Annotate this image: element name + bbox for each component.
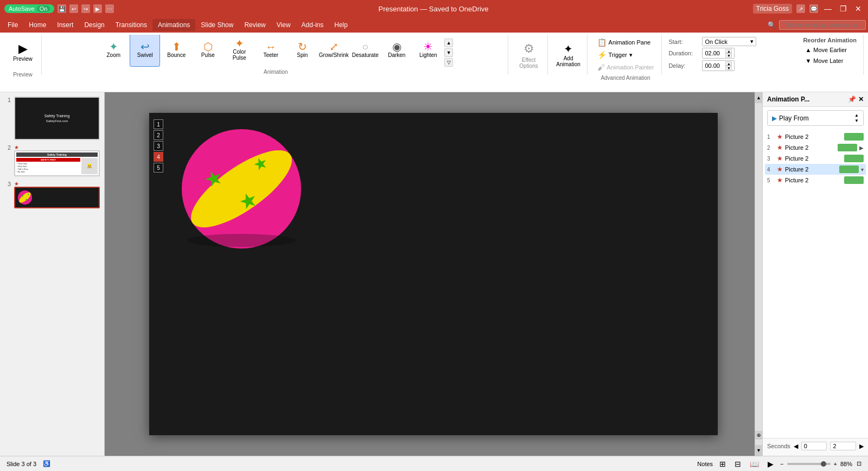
normal-view-button[interactable]: ⊞: [717, 459, 728, 469]
start-time-value[interactable]: 0: [801, 442, 827, 450]
animation-spin[interactable]: ↻ Spin: [287, 35, 317, 67]
start-label: Start:: [668, 39, 699, 45]
slide-thumb-1[interactable]: Safety TrainingSafetyFirst.com: [14, 97, 100, 140]
trigger-button[interactable]: ⚡ Trigger ▾: [594, 49, 636, 60]
menu-transitions[interactable]: Transitions: [110, 19, 152, 31]
ball-svg: ★ ★ ★: [176, 124, 307, 254]
notes-button[interactable]: Notes: [697, 461, 713, 467]
menu-help[interactable]: Help: [329, 19, 353, 31]
animation-lighten[interactable]: ☀ Lighten: [413, 35, 443, 67]
anim-pane-scroll-right[interactable]: ▶: [859, 443, 864, 450]
effect-options-button[interactable]: ⚙ Effect Options: [515, 38, 543, 73]
animation-darken[interactable]: ◉ Darken: [381, 35, 412, 67]
ball-object[interactable]: ★ ★ ★: [176, 124, 307, 254]
minimize-button[interactable]: —: [822, 3, 833, 14]
redo-icon[interactable]: ↪: [81, 4, 90, 13]
save-icon[interactable]: 💾: [58, 4, 66, 13]
scroll-expand-button[interactable]: ▽: [444, 58, 453, 67]
animation-painter-button[interactable]: 🖌 Animation Painter: [594, 62, 658, 73]
search-input[interactable]: [779, 20, 866, 30]
anim-item-5[interactable]: 5 ★ Picture 2: [765, 175, 866, 186]
menu-addins[interactable]: Add-ins: [296, 19, 329, 31]
anim-item-2[interactable]: 2 ★ Picture 2 ▶: [765, 142, 866, 153]
animation-swivel[interactable]: ↩ Swivel: [130, 35, 160, 67]
start-select[interactable]: On Click ▾: [702, 37, 756, 46]
play-from-button[interactable]: ▶ Play From ▲ ▼: [767, 110, 864, 126]
anim-name-5: Picture 2: [785, 177, 842, 183]
anim-item-1[interactable]: 1 ★ Picture 2: [765, 131, 866, 142]
zoom-in-button[interactable]: +: [834, 461, 837, 467]
menu-view[interactable]: View: [271, 19, 296, 31]
anim-pane-scrollbar[interactable]: ◀: [794, 443, 798, 450]
duration-input[interactable]: 02.00 ▲ ▼: [702, 48, 735, 59]
autosave-toggle[interactable]: AutoSave On: [4, 4, 54, 13]
move-earlier-button[interactable]: ▲ Move Earlier: [803, 46, 857, 54]
animation-colorpulse[interactable]: ✦ Color Pulse: [224, 35, 254, 67]
menu-home[interactable]: Home: [23, 19, 52, 31]
slide2-star: ★: [14, 144, 19, 150]
growshrink-anim-label: Grow/Shrink: [319, 52, 349, 58]
scroll-up-button[interactable]: ▲: [444, 39, 453, 47]
animation-desaturate[interactable]: ○ Desaturate: [350, 35, 380, 67]
delay-input[interactable]: 00.00 ▲ ▼: [702, 60, 735, 71]
user-profile[interactable]: Tricia Goss: [753, 4, 792, 14]
comments-icon[interactable]: 💬: [809, 4, 818, 13]
menu-file[interactable]: File: [2, 19, 23, 31]
animation-pane-button[interactable]: 📋 Animation Pane: [594, 37, 654, 48]
scroll-up-canvas[interactable]: ▲: [755, 92, 762, 103]
move-later-label: Move Later: [813, 58, 843, 64]
animation-pulse[interactable]: ⬡ Pulse: [193, 35, 223, 67]
close-button[interactable]: ✕: [853, 3, 864, 14]
bounce-anim-label: Bounce: [167, 52, 186, 58]
slide-thumb-3[interactable]: ★ ★ ★: [14, 187, 100, 208]
animation-bounce[interactable]: ⬆ Bounce: [161, 35, 192, 67]
reading-view-button[interactable]: 📖: [748, 459, 761, 469]
menu-design[interactable]: Design: [79, 19, 110, 31]
menu-review[interactable]: Review: [239, 19, 271, 31]
play-from-down[interactable]: ▼: [854, 118, 859, 123]
slide-item-1[interactable]: 1 Safety TrainingSafetyFirst.com: [4, 97, 100, 140]
play-from-up[interactable]: ▲: [854, 113, 859, 118]
anim-bar-2: [838, 144, 857, 151]
delay-down-button[interactable]: ▼: [725, 66, 732, 70]
zoom-slider[interactable]: [787, 463, 831, 465]
menu-slideshow[interactable]: Slide Show: [195, 19, 239, 31]
animation-teeter[interactable]: ↔ Teeter: [256, 35, 286, 67]
duration-down-button[interactable]: ▼: [725, 53, 732, 58]
fit-slide-button[interactable]: ⊡: [857, 460, 861, 467]
slide-item-3[interactable]: 3 ★ ★ ★ ★: [4, 181, 100, 208]
delay-up-button[interactable]: ▲: [725, 61, 732, 66]
anim-item-3[interactable]: 3 ★ Picture 2: [765, 153, 866, 164]
move-later-button[interactable]: ▼ Move Later: [803, 56, 857, 65]
slide-thumb-2[interactable]: Safety Training SAFETY FIRST • Think Saf…: [14, 150, 100, 176]
more-icon[interactable]: ⋯: [105, 4, 114, 13]
slide-sorter-button[interactable]: ⊟: [732, 459, 743, 469]
anim-chevron-4[interactable]: ▾: [861, 167, 864, 173]
end-time-value[interactable]: 2: [830, 442, 856, 450]
preview-icon: ▶: [18, 43, 28, 55]
present-icon[interactable]: ▶: [93, 4, 102, 13]
preview-button[interactable]: ▶ Preview: [9, 35, 37, 69]
animation-zoom[interactable]: ✦ Zoom: [98, 35, 129, 67]
pane-close-button[interactable]: ✕: [858, 96, 864, 103]
menu-animations[interactable]: Animations: [152, 19, 195, 31]
pane-pin-button[interactable]: 📌: [848, 96, 856, 103]
anim-star-3: ★: [777, 155, 783, 162]
anim-item-4[interactable]: 4 ★ Picture 2 ▾: [765, 164, 866, 175]
menu-insert[interactable]: Insert: [52, 19, 79, 31]
undo-icon[interactable]: ↩: [69, 4, 78, 13]
add-animation-button[interactable]: ✦ Add Animation: [554, 38, 583, 73]
share-icon[interactable]: ↗: [796, 4, 805, 13]
slide-item-2[interactable]: 2 ★ Safety Training SAFETY FIRST • Think…: [4, 144, 100, 176]
presenter-view-button[interactable]: ▶: [765, 459, 776, 469]
restore-button[interactable]: ❐: [838, 3, 848, 14]
marker-2: 2: [154, 130, 163, 140]
scroll-fit-canvas[interactable]: ⊕: [755, 431, 762, 440]
effect-options-icon: ⚙: [524, 42, 534, 56]
scroll-down-button[interactable]: ▼: [444, 48, 453, 57]
animation-growshrink[interactable]: ⤢ Grow/Shrink: [318, 35, 349, 67]
scroll-down-canvas[interactable]: ▼: [755, 445, 762, 456]
zoom-out-button[interactable]: −: [780, 461, 783, 467]
duration-up-button[interactable]: ▲: [725, 49, 732, 53]
canvas-scrollbar[interactable]: ▲ ▼ ⊕: [755, 92, 762, 456]
